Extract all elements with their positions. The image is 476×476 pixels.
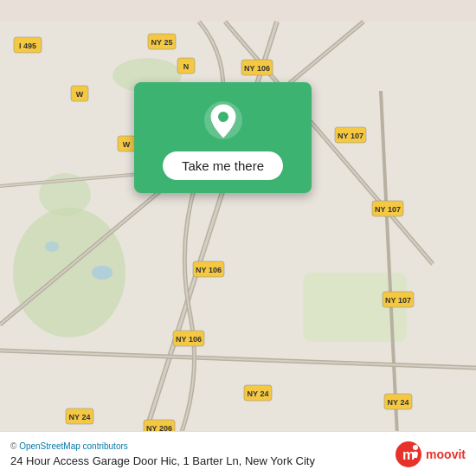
moovit-brand-text: moovit — [426, 447, 466, 461]
svg-text:m: m — [402, 447, 415, 462]
svg-text:NY 107: NY 107 — [375, 205, 401, 214]
location-card: Take me there — [134, 82, 312, 193]
svg-text:NY 25: NY 25 — [151, 38, 173, 47]
svg-point-54 — [413, 445, 418, 450]
map-background: I 495 NY 25 NY 106 N W W W NY 107 NY 107… — [0, 0, 476, 476]
address-label: 24 Hour Access Garage Door Hic, 1 Barter… — [10, 454, 315, 467]
svg-text:NY 106: NY 106 — [176, 335, 202, 344]
svg-text:W: W — [76, 90, 84, 99]
location-pin-icon — [203, 100, 244, 141]
osm-link[interactable]: OpenStreetMap contributors — [19, 441, 128, 451]
info-bar-left: © OpenStreetMap contributors 24 Hour Acc… — [10, 441, 315, 467]
svg-text:I 495: I 495 — [19, 42, 36, 50]
svg-text:NY 107: NY 107 — [385, 296, 411, 305]
svg-text:NY 106: NY 106 — [244, 64, 270, 73]
osm-attribution: © OpenStreetMap contributors — [10, 441, 315, 451]
svg-text:NY 24: NY 24 — [69, 413, 91, 421]
svg-point-5 — [92, 266, 113, 280]
svg-text:W: W — [123, 140, 131, 149]
svg-text:NY 106: NY 106 — [196, 266, 222, 274]
svg-point-6 — [45, 241, 59, 252]
take-me-there-button[interactable]: Take me there — [163, 151, 283, 180]
map-container: I 495 NY 25 NY 106 N W W W NY 107 NY 107… — [0, 0, 476, 476]
osm-icon: © — [10, 441, 16, 451]
svg-text:NY 24: NY 24 — [388, 398, 409, 407]
svg-text:N: N — [183, 62, 190, 71]
moovit-logo-icon: m — [395, 441, 422, 468]
svg-point-51 — [218, 112, 228, 122]
info-bar: © OpenStreetMap contributors 24 Hour Acc… — [0, 431, 476, 476]
svg-text:NY 107: NY 107 — [338, 132, 363, 140]
moovit-logo: m moovit — [395, 441, 466, 468]
svg-text:NY 24: NY 24 — [248, 389, 269, 398]
